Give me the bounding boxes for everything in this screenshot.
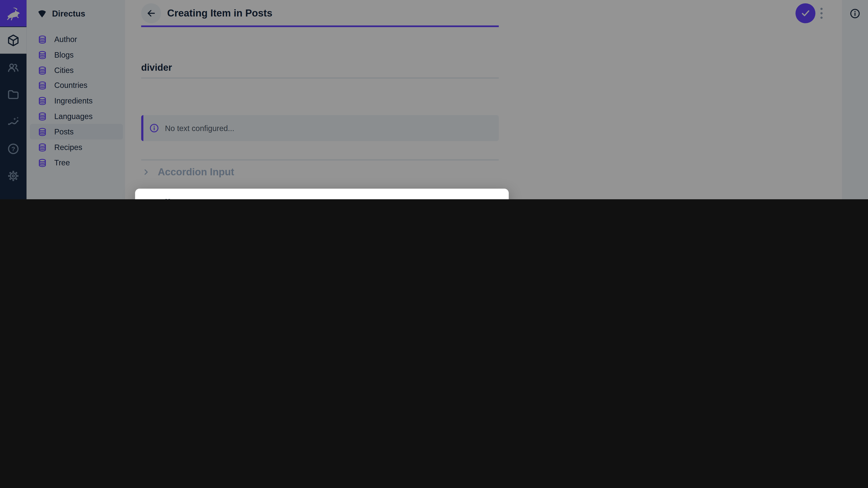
chevron-down-icon[interactable] (486, 198, 497, 199)
detail-group-title: Detail Group (141, 189, 207, 199)
app-window: ? (0, 0, 868, 199)
dim-overlay[interactable] (0, 0, 868, 199)
detail-group-card[interactable]: Detail Group (135, 189, 509, 199)
